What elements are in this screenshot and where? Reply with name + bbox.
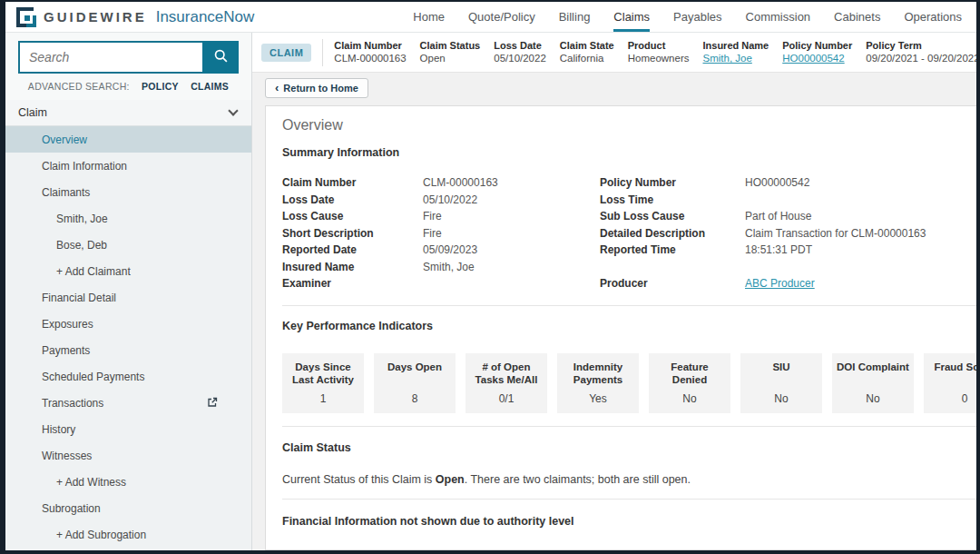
claim-summary-bar: CLAIM Claim Number CLM-00000163 Claim St… <box>252 33 976 73</box>
kpi-indemnity-payments: Indemnity Payments Yes <box>557 353 639 413</box>
field-producer: Producer ABC Producer <box>600 275 976 292</box>
field-sub-loss-cause: Sub Loss Cause Part of House <box>600 208 976 225</box>
sidebar-item-payments[interactable]: Payments <box>5 337 251 363</box>
producer-link[interactable]: ABC Producer <box>745 277 815 290</box>
sidebar-item-overview[interactable]: Overview <box>5 126 251 153</box>
app-header: GUIDEWIRE InsuranceNow Home Quote/Policy… <box>5 2 976 33</box>
field-reported-time: Reported Time 18:51:31 PDT <box>600 242 976 259</box>
search-area <box>5 33 251 74</box>
external-link-icon <box>206 396 219 411</box>
field-examiner: Examiner <box>282 275 600 292</box>
section-divider <box>282 499 976 500</box>
nav-item-cabinets[interactable]: Cabinets <box>834 2 880 32</box>
claim-bar-field-claim-status: Claim Status Open <box>420 39 481 65</box>
guidewire-logo-icon <box>16 7 36 27</box>
search-input[interactable] <box>18 41 202 74</box>
summary-fields: Claim Number CLM-00000163 Loss Date 05/1… <box>282 174 976 292</box>
nav-item-operations[interactable]: Operations <box>904 2 962 32</box>
kpi-feature-denied: Feature Denied No <box>649 353 730 413</box>
sidebar-item-transactions[interactable]: Transactions <box>5 390 251 416</box>
nav-item-claims[interactable]: Claims <box>613 2 650 32</box>
kpi-days-since-last-activity: Days Since Last Activity 1 <box>282 353 364 413</box>
sidebar-item-additional-interests[interactable]: Additional Interests <box>5 548 251 550</box>
sidebar-item-claimant-bose-deb[interactable]: Bose, Deb <box>5 232 251 258</box>
chevron-down-icon <box>228 105 238 115</box>
sidebar-item-claimants[interactable]: Claimants <box>5 179 251 205</box>
divider <box>322 39 323 66</box>
kpi-days-open: Days Open 8 <box>374 353 456 413</box>
claim-bar-field-claim-number: Claim Number CLM-00000163 <box>334 39 406 65</box>
back-chevron-icon: ‹ <box>275 84 279 93</box>
sidebar-item-label: Transactions <box>42 397 103 410</box>
guidewire-logo: GUIDEWIRE InsuranceNow <box>16 7 254 27</box>
advanced-search-label: ADVANCED SEARCH: <box>28 81 130 92</box>
nav-item-billing[interactable]: Billing <box>559 2 591 32</box>
field-insured-name: Insured Name Smith, Joe <box>282 259 600 276</box>
claim-status-text: Current Status of this Claim is Open. Th… <box>282 473 976 486</box>
field-loss-time: Loss Time <box>600 192 976 209</box>
app-frame: GUIDEWIRE InsuranceNow Home Quote/Policy… <box>0 0 980 554</box>
section-divider <box>282 426 976 427</box>
sidebar-item-add-subrogation[interactable]: + Add Subrogation <box>5 521 251 548</box>
sidebar-item-financial-detail[interactable]: Financial Detail <box>5 284 251 311</box>
field-loss-date: Loss Date 05/10/2022 <box>282 192 600 209</box>
sidebar-item-claimant-smith-joe[interactable]: Smith, Joe <box>5 205 251 232</box>
sidebar-item-add-claimant[interactable]: + Add Claimant <box>5 258 251 284</box>
sidebar-item-witnesses[interactable]: Witnesses <box>5 442 251 469</box>
overview-panel: Overview Summary Information Claim Numbe… <box>265 105 976 550</box>
search-icon <box>213 48 229 66</box>
kpi-cards: Days Since Last Activity 1 Days Open 8 #… <box>282 353 976 413</box>
claim-status-heading: Claim Status <box>282 441 976 454</box>
claim-bar-field-loss-date: Loss Date 05/10/2022 <box>494 39 546 65</box>
field-reported-date: Reported Date 05/09/2023 <box>282 242 600 259</box>
sidebar-item-add-witness[interactable]: + Add Witness <box>5 469 251 495</box>
summary-information-heading: Summary Information <box>282 146 976 159</box>
claim-bar-field-product: Product Homeowners <box>628 39 690 65</box>
kpi-open-tasks: # of Open Tasks Me/All 0/1 <box>466 353 547 413</box>
insured-name-link[interactable]: Smith, Joe <box>702 52 769 65</box>
field-loss-cause: Loss Cause Fire <box>282 208 600 225</box>
kpi-heading: Key Performance Indicators <box>282 320 976 332</box>
nav-item-quote-policy[interactable]: Quote/Policy <box>468 2 535 32</box>
field-spacer <box>600 259 976 276</box>
financial-authority-note: Financial Information not shown due to a… <box>282 515 976 528</box>
kpi-fraud-score: Fraud Score 0 <box>924 353 976 413</box>
brand-product: InsuranceNow <box>156 8 255 26</box>
field-claim-number: Claim Number CLM-00000163 <box>282 174 600 192</box>
field-detailed-description: Detailed Description Claim Transaction f… <box>600 225 976 242</box>
nav-item-commission[interactable]: Commission <box>746 2 811 32</box>
advanced-search-claims-link[interactable]: CLAIMS <box>191 81 229 92</box>
sidebar-section-claim[interactable]: Claim <box>5 100 251 126</box>
sidebar-item-subrogation[interactable]: Subrogation <box>5 495 251 521</box>
main-nav: Home Quote/Policy Billing Claims Payable… <box>413 2 962 32</box>
toolbar-row: ‹ Return to Home <box>252 73 976 98</box>
sidebar-item-history[interactable]: History <box>5 416 251 442</box>
claim-badge: CLAIM <box>261 44 311 62</box>
status-open-word: Open <box>436 473 465 486</box>
brand-company: GUIDEWIRE <box>44 9 147 25</box>
section-divider <box>282 305 976 306</box>
sidebar-item-scheduled-payments[interactable]: Scheduled Payments <box>5 363 251 390</box>
claim-bar-field-policy-term: Policy Term 09/20/2021 - 09/20/2022 <box>866 39 976 65</box>
sidebar-item-claim-information[interactable]: Claim Information <box>5 153 251 179</box>
return-to-home-button[interactable]: ‹ Return to Home <box>265 78 368 98</box>
page-title: Overview <box>282 117 976 134</box>
nav-item-payables[interactable]: Payables <box>673 2 721 32</box>
search-button[interactable] <box>202 41 239 74</box>
main-area: CLAIM Claim Number CLM-00000163 Claim St… <box>252 33 976 550</box>
claim-bar-field-insured-name: Insured Name Smith, Joe <box>702 39 769 65</box>
advanced-search-policy-link[interactable]: POLICY <box>142 81 179 92</box>
field-short-description: Short Description Fire <box>282 225 600 242</box>
kpi-siu: SIU No <box>740 353 822 413</box>
sidebar-section-label: Claim <box>18 106 47 119</box>
nav-item-home[interactable]: Home <box>413 2 445 32</box>
sidebar-item-exposures[interactable]: Exposures <box>5 311 251 337</box>
kpi-doi-complaint: DOI Complaint No <box>832 353 914 413</box>
claim-bar-field-policy-number: Policy Number HO00000542 <box>782 39 852 65</box>
policy-number-link[interactable]: HO00000542 <box>782 52 852 65</box>
sidebar: ADVANCED SEARCH: POLICY CLAIMS Claim Ove… <box>5 33 252 550</box>
field-policy-number: Policy Number HO00000542 <box>600 174 976 192</box>
advanced-search-row: ADVANCED SEARCH: POLICY CLAIMS <box>5 74 251 100</box>
claim-bar-field-claim-state: Claim State California <box>560 39 614 65</box>
